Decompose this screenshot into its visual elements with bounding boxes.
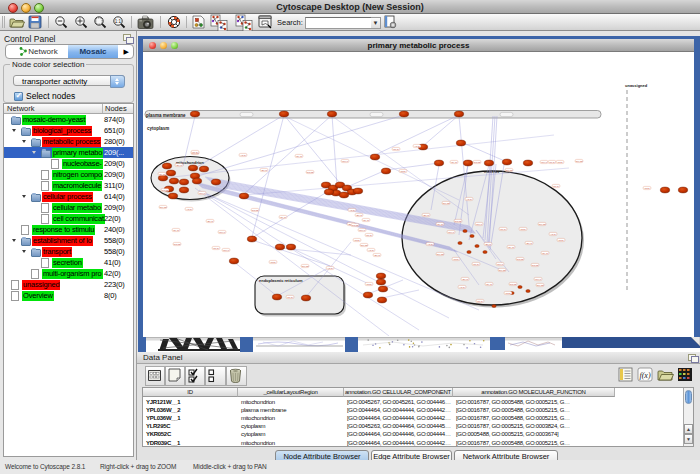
- svg-text:Gly-al: Gly-al: [451, 161, 457, 163]
- svg-text:Tra-2: Tra-2: [520, 228, 526, 230]
- svg-text:Cw-a2: Cw-a2: [162, 189, 169, 191]
- svg-text:Gly-al: Gly-al: [159, 173, 165, 175]
- svg-text:Yw-al: Yw-al: [427, 243, 433, 245]
- svg-text:Cw-a2: Cw-a2: [517, 258, 524, 260]
- svg-text:Mer-1: Mer-1: [223, 249, 229, 251]
- svg-text:Mer-1: Mer-1: [219, 231, 225, 233]
- svg-text:f(x): f(x): [639, 371, 650, 380]
- svg-text:Gly-al: Gly-al: [486, 283, 492, 285]
- svg-text:Gvr-a2: Gvr-a2: [499, 269, 506, 271]
- svg-text:Srv-2: Srv-2: [526, 242, 532, 244]
- svg-text:Gvr-a2: Gvr-a2: [537, 284, 544, 286]
- svg-text:Gvr-a2: Gvr-a2: [437, 253, 444, 255]
- svg-text:Gvr-a2: Gvr-a2: [443, 202, 450, 204]
- svg-text:Mer-1: Mer-1: [541, 161, 547, 163]
- svg-text:Gp-al: Gp-al: [287, 296, 293, 298]
- svg-text:Srv-2: Srv-2: [485, 243, 491, 245]
- svg-text:Gp-al: Gp-al: [553, 185, 559, 187]
- svg-text:Gp-al: Gp-al: [477, 300, 483, 302]
- svg-text:nucleus: nucleus: [484, 169, 500, 174]
- svg-text:Mer-1: Mer-1: [476, 223, 482, 225]
- svg-text:Gly-al: Gly-al: [363, 219, 369, 221]
- svg-text:1:1: 1:1: [115, 19, 122, 24]
- svg-text:Srv-2: Srv-2: [176, 164, 182, 166]
- svg-text:Mer-1: Mer-1: [199, 192, 205, 194]
- svg-text:Gp-al: Gp-al: [213, 247, 219, 249]
- svg-text:Srv-2: Srv-2: [374, 254, 380, 256]
- svg-text:Tra-2: Tra-2: [270, 261, 276, 263]
- svg-text:Yw-al: Yw-al: [240, 154, 246, 156]
- svg-text:Tra-2: Tra-2: [400, 170, 406, 172]
- svg-text:Gvr-a2: Gvr-a2: [576, 160, 583, 162]
- svg-text:Mer-1: Mer-1: [342, 160, 348, 162]
- svg-text:Cw-a2: Cw-a2: [174, 243, 181, 245]
- svg-text:Tra-2: Tra-2: [644, 187, 650, 189]
- svg-text:Gvr-a2: Gvr-a2: [539, 223, 546, 225]
- svg-text:Srv-2: Srv-2: [261, 169, 267, 171]
- svg-text:Yw-al: Yw-al: [459, 286, 465, 288]
- svg-text:Tra-2: Tra-2: [557, 161, 563, 163]
- svg-text:Tra-2: Tra-2: [354, 239, 360, 241]
- svg-text:Gly-al: Gly-al: [296, 155, 302, 157]
- svg-text:Tra-2: Tra-2: [366, 283, 372, 285]
- svg-text:Tra-2: Tra-2: [453, 258, 459, 260]
- svg-text:Mer-1: Mer-1: [448, 231, 454, 233]
- svg-text:Gvr-a2: Gvr-a2: [506, 169, 513, 171]
- svg-text:Yw-al: Yw-al: [414, 145, 420, 147]
- svg-text:cytoplasm: cytoplasm: [147, 126, 169, 131]
- svg-text:Gly-al: Gly-al: [542, 252, 548, 254]
- svg-text:Yw-al: Yw-al: [327, 267, 333, 269]
- svg-text:Srv-2: Srv-2: [207, 220, 213, 222]
- svg-text:Srv-2: Srv-2: [423, 214, 429, 216]
- svg-text:Gvr-a2: Gvr-a2: [160, 206, 167, 208]
- svg-text:Yw-al: Yw-al: [368, 249, 374, 251]
- svg-text:Gly-al: Gly-al: [437, 223, 443, 225]
- svg-text:plasma membrane: plasma membrane: [146, 113, 186, 118]
- svg-text:Gvr-a2: Gvr-a2: [302, 265, 309, 267]
- svg-text:Gp-al: Gp-al: [393, 148, 399, 150]
- svg-text:Gly-al: Gly-al: [173, 229, 179, 231]
- svg-text:Srv-2: Srv-2: [462, 278, 468, 280]
- svg-text:Cw-a2: Cw-a2: [252, 209, 259, 211]
- svg-text:Yw-al: Yw-al: [550, 233, 556, 235]
- svg-text:Mer-1: Mer-1: [535, 278, 541, 280]
- svg-text:Tra-2: Tra-2: [505, 292, 511, 294]
- svg-text:Gp-al: Gp-al: [366, 234, 372, 236]
- svg-text:Yw-al: Yw-al: [349, 209, 355, 211]
- svg-text:Gly-al: Gly-al: [508, 246, 514, 248]
- svg-text:unassigned: unassigned: [625, 83, 648, 88]
- svg-text:Gp-al: Gp-al: [192, 151, 198, 153]
- svg-text:Srv-2: Srv-2: [356, 214, 362, 216]
- svg-text:endoplasmic reticulum: endoplasmic reticulum: [259, 278, 303, 283]
- svg-text:Cw-a2: Cw-a2: [307, 171, 314, 173]
- svg-text:Yw-al: Yw-al: [466, 198, 472, 200]
- svg-text:Tra-2: Tra-2: [558, 239, 564, 241]
- svg-text:Gp-al: Gp-al: [549, 161, 555, 163]
- svg-text:Gvr-a2: Gvr-a2: [361, 244, 368, 246]
- svg-text:Mer-1: Mer-1: [497, 263, 503, 265]
- svg-text:Mer-1: Mer-1: [359, 229, 365, 231]
- svg-text:Cw-a2: Cw-a2: [352, 224, 359, 226]
- svg-text:Cw-a2: Cw-a2: [532, 264, 539, 266]
- svg-text:Cw-a2: Cw-a2: [510, 283, 517, 285]
- svg-text:Gp-al: Gp-al: [473, 263, 479, 265]
- svg-text:Cw-a2: Cw-a2: [474, 161, 481, 163]
- svg-text:Gly-al: Gly-al: [280, 216, 286, 218]
- svg-text:Yw-al: Yw-al: [186, 208, 192, 210]
- svg-text:Cw-a2: Cw-a2: [455, 220, 462, 222]
- svg-text:Gp-al: Gp-al: [500, 228, 506, 230]
